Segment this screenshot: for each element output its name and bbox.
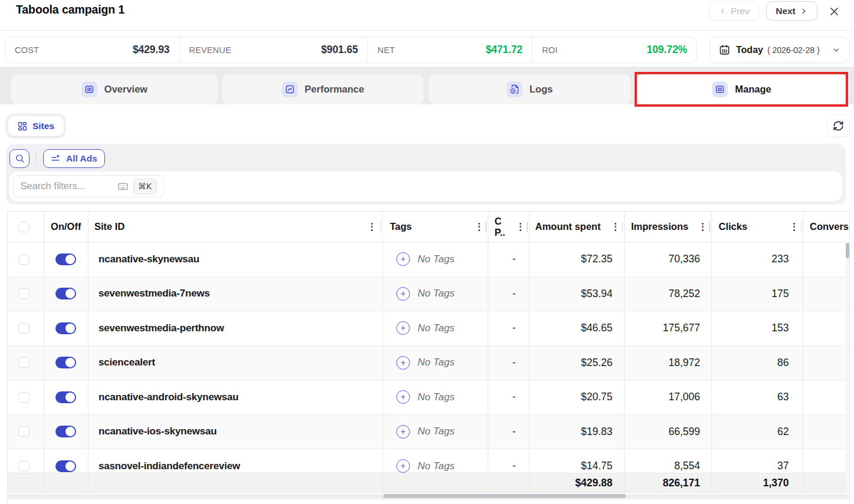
row-checkbox[interactable] [18, 392, 29, 403]
search-toggle-button[interactable] [9, 149, 29, 168]
add-tag-button[interactable] [396, 459, 410, 473]
tab-manage[interactable]: Manage [638, 74, 846, 104]
row-checkbox[interactable] [18, 461, 29, 472]
stat-net-label: NET [377, 45, 395, 55]
panel-bottom-border [7, 499, 849, 499]
tab-overview[interactable]: Overview [11, 74, 218, 104]
site-id-text: sciencealert [98, 357, 155, 368]
row-onoff-cell [44, 380, 88, 414]
row-site-id-cell: ncanative-android-skynewsau [88, 380, 382, 414]
header-clicks: Clicks [711, 212, 803, 242]
site-id-text: ncanative-ios-skynewsau [98, 426, 216, 437]
no-tags-label: No Tags [418, 426, 455, 437]
row-clicks-cell: 175 [711, 277, 803, 311]
impressions-resize-handle[interactable] [709, 221, 710, 232]
row-onoff-cell [44, 277, 88, 311]
sites-grid-icon [17, 121, 28, 131]
header-select-all-cell [8, 212, 44, 242]
select-all-checkbox[interactable] [18, 222, 29, 232]
close-icon [829, 6, 840, 17]
impressions-column-menu-icon[interactable] [702, 223, 704, 231]
table-row: sciencealert No Tags - $25.26 18,972 86 [8, 345, 846, 380]
stat-cost: COST $429.93 [5, 37, 179, 62]
close-button[interactable] [828, 5, 840, 17]
horizontal-scrollbar-thumb[interactable] [383, 494, 626, 498]
row-conversions-cell [803, 380, 846, 414]
row-checkbox[interactable] [18, 288, 29, 299]
row-conversions-cell [803, 346, 846, 380]
keyboard-icon [117, 181, 129, 192]
tags-resize-handle[interactable] [485, 221, 487, 232]
search-filters-field: ⌘K [13, 175, 164, 197]
row-checkbox[interactable] [18, 426, 29, 437]
row-checkbox[interactable] [18, 357, 29, 368]
add-tag-button[interactable] [396, 321, 410, 335]
site-on-toggle[interactable] [55, 357, 76, 368]
row-cp-cell: - [488, 242, 529, 276]
header-clicks-label: Clicks [719, 221, 748, 232]
stat-revenue-label: REVENUE [189, 45, 232, 55]
clicks-column-menu-icon[interactable] [793, 223, 795, 231]
tab-performance-label: Performance [305, 84, 364, 95]
table-row: ncanative-skynewsau No Tags - $72.35 70,… [8, 242, 846, 276]
add-tag-button[interactable] [396, 390, 410, 404]
totals-amount-spent: $429.88 [529, 473, 625, 492]
tags-column-menu-icon[interactable] [478, 223, 480, 231]
date-range-picker[interactable]: Today ( 2026-02-28 ) [710, 37, 850, 63]
refresh-button[interactable] [827, 114, 849, 137]
site-on-toggle[interactable] [55, 391, 76, 403]
stat-net: NET $471.72 [367, 37, 532, 62]
tab-performance[interactable]: Performance [222, 74, 423, 104]
site-id-column-menu-icon[interactable] [371, 223, 373, 231]
table-row: sevenwestmedia-perthnow No Tags - $46.65… [8, 311, 846, 345]
add-tag-button[interactable] [396, 425, 410, 439]
amount-spent-resize-handle[interactable] [622, 221, 623, 232]
site-on-toggle[interactable] [55, 322, 76, 334]
prev-button[interactable]: Prev [709, 1, 759, 21]
row-cp-cell: - [488, 311, 529, 345]
row-site-id-cell: sevenwestmedia-perthnow [88, 311, 382, 345]
row-tags-cell: No Tags [382, 311, 488, 345]
chevron-right-icon [800, 7, 808, 15]
row-amount-spent-cell: $72.35 [529, 242, 625, 276]
site-id-text: sevenwestmedia-perthnow [98, 322, 224, 334]
search-filters-input[interactable] [21, 180, 118, 192]
site-on-toggle[interactable] [55, 426, 76, 437]
cp-resize-handle[interactable] [527, 221, 528, 232]
totals-cp-cell [488, 473, 529, 492]
row-checkbox[interactable] [18, 323, 29, 334]
site-id-resize-handle[interactable] [380, 221, 382, 232]
ads-filter-button[interactable]: All Ads [43, 149, 105, 168]
row-select-cell [8, 311, 44, 345]
row-impressions-cell: 17,006 [624, 380, 711, 414]
tabs-strip: Overview Performance Logs Manage [0, 67, 854, 104]
view-switcher: Sites [5, 113, 66, 139]
add-tag-button[interactable] [396, 287, 410, 301]
calendar-icon [719, 44, 730, 55]
site-on-toggle[interactable] [55, 253, 76, 265]
header-site-id: Site ID [88, 212, 382, 242]
stat-roi-value: 109.72% [647, 44, 687, 56]
tab-logs[interactable]: Logs [429, 74, 630, 104]
table-body: ncanative-skynewsau No Tags - $72.35 70,… [7, 242, 846, 493]
performance-chart-icon [282, 81, 298, 97]
sites-view-button[interactable]: Sites [8, 116, 64, 136]
add-tag-button[interactable] [396, 356, 410, 370]
next-button[interactable]: Next [766, 1, 817, 21]
add-tag-button[interactable] [396, 252, 410, 266]
cp-column-menu-icon[interactable] [520, 223, 521, 231]
refresh-icon [833, 120, 844, 131]
row-clicks-cell: 153 [711, 311, 803, 345]
site-on-toggle[interactable] [55, 288, 76, 299]
header-impressions-label: Impressions [631, 221, 688, 232]
site-on-toggle[interactable] [55, 460, 76, 472]
horizontal-scrollbar[interactable] [7, 494, 849, 499]
row-checkbox[interactable] [18, 254, 29, 265]
clicks-resize-handle[interactable] [801, 221, 802, 232]
row-conversions-cell [803, 277, 846, 311]
header-amount-spent-label: Amount spent [536, 221, 601, 232]
panel-left-border [7, 499, 8, 504]
row-cp-cell: - [488, 415, 529, 449]
amount-spent-column-menu-icon[interactable] [615, 223, 616, 231]
shortcut-badge: ⌘K [133, 179, 157, 195]
